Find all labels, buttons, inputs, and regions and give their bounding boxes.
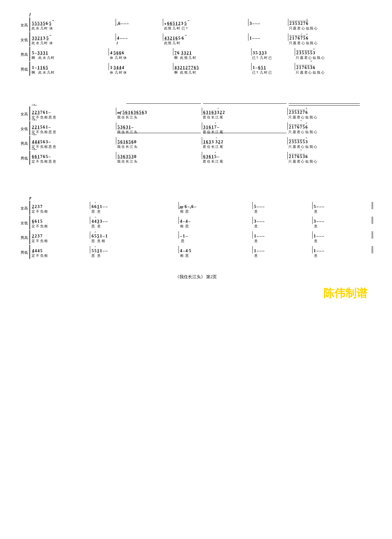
voice-fh3: 女高 2237 6 6^ 11–– (18, 201, 374, 215)
voice-male-low-2: 男低 ⌢3⌣ 661765– 5363530 (18, 151, 374, 165)
voice-male-high-1: 男高 5– 3331 4· 5666 (18, 47, 374, 61)
measure-fh1-1: 55535 6· 5 ⌢ (31, 19, 116, 26)
notes-ml2: ⌢3⌣ 661765– 5363530 6361 5^ – (30, 151, 374, 159)
m-fl3-3: 4–4– (179, 217, 253, 224)
m-fl3-2: 4 4^ 33–– (90, 217, 179, 224)
m-fh2-1: ⌢3⌣ 223761– (31, 108, 116, 115)
m-fh3-2: 6 6^ 11–– (90, 202, 179, 209)
voice-male-high-2: 男高 ⌢3⌣ 444563– 5616560 (18, 136, 374, 150)
m-mh3-3: –1– (179, 231, 253, 239)
voice-male-low-1: 男低 1– 1165 1· 3444 (18, 62, 374, 76)
watermark: 陈伟制谱 (323, 286, 367, 301)
m-fh2-3: 631 63 3^ 22 (202, 108, 288, 115)
m-fl2-2: 53631– (116, 122, 202, 130)
staff-female-low-1: 3321 3· 5 ⌢ 4––– 43216 (29, 32, 374, 46)
lyrics-fl1: 此 水 几 时 休 f 此 恨 几 时 只 愿 君 心 似 我 心 (30, 41, 374, 46)
measure-fl1-2: 4––– (116, 33, 163, 41)
m-mh3-4: 1––– (253, 231, 312, 239)
footer: 《我住长江头》 第2页 (18, 274, 374, 280)
m-ml3-3: 4– 4· 5 (179, 246, 253, 253)
notes-fh2: ⌢3⌣ 223761– mf 561636 563 (30, 107, 374, 115)
measure-fh1-3: ∨ 66512 3· 5 ⌢ (163, 19, 248, 26)
label-ml2: 男低 (18, 151, 29, 165)
label-fh2: 女高 (18, 106, 29, 121)
lyrics-ml2: 定 不 负 相 思 意 我 住 长 江 头 君 住 长 江 尾 只 愿 君 心 … (30, 159, 374, 164)
voice-female-high-1: 女高 55535 6· 5 ⌢ ♭6 ––– (18, 17, 374, 32)
m-fl2-4: 2176 7^ 5 6^ (288, 122, 373, 130)
measure-ml1-3: 4321 27765 (173, 63, 252, 70)
m-fh2-4: 235327 6^ (288, 108, 373, 115)
staff-fh2: ⌢3⌣ 223761– mf 561636 563 (29, 106, 374, 121)
m-fl2-1: ⌢3⌣ 221561– (31, 122, 116, 130)
notes-fl2: ⌢3⌣ 221561– 53631– 3161 7^ – (30, 122, 374, 130)
notes-fl3: 6615 4 4^ 33–– 4–4– (30, 216, 374, 224)
notes-mh2: ⌢3⌣ 444563– 5616560 1633 (30, 137, 374, 144)
measure-fh1-4: 3––– (248, 19, 288, 26)
measure-mh1-2: 4· 5666 (109, 48, 173, 56)
m-mh3-2: 6 5^ 5 1–1 (90, 231, 179, 239)
section1-header: f (18, 12, 374, 17)
label-ml3: 男低 (18, 245, 29, 259)
notes-mh3: 2237 6 5^ 5 1–1 –1– (30, 231, 374, 239)
measure-ml1-4: 1– 651 (252, 63, 295, 70)
lyrics-fl2: 定 不 负 相 思 意 我 住 长 江 头 君 住 长 江 尾 只 愿 君 心 … (30, 130, 374, 135)
label-male-high: 男高 (18, 47, 29, 61)
lyrics-fh3: 定 不 负 相 思 意 相 思 意 意 (30, 209, 374, 214)
m-mh3-5: 1––– (313, 231, 373, 239)
label-male-low: 男低 (18, 62, 29, 76)
voice-mh3: 男高 2237 6 5^ 5 1–1 (18, 230, 374, 244)
staff-fh3: 2237 6 6^ 11–– pp 6– (29, 201, 374, 215)
m-ml2-3: 6361 5^ – (202, 152, 288, 159)
staff-ml3: 4445 5 5^ 11–– 4– 4· (29, 245, 374, 259)
notes-fh1: 55535 6· 5 ⌢ ♭6 ––– (30, 18, 374, 26)
m-ml3-5: 1––– (313, 246, 373, 253)
measure-mh1-3: 76 3321 (173, 48, 252, 56)
gap-2 (18, 180, 374, 195)
lyrics-ml1: 啊 此 水 几 时 休 几 时 休 啊 此 恨 几 时 已？ 几 时 已 只 愿… (30, 70, 374, 75)
label-fl3: 女低 (18, 215, 29, 229)
staff-ml2: ⌢3⌣ 661765– 5363530 6361 5^ – (29, 151, 374, 165)
page: f 女高 55535 6· 5 ⌢ ♭6 (18, 12, 374, 301)
label-mh2: 男高 (18, 136, 29, 150)
section-2: 女高 ⌢3⌣ 223761– mf 561636 56 (18, 106, 374, 165)
staff-female-high-1: 55535 6· 5 ⌢ ♭6 ––– (29, 17, 374, 32)
measure-ml1-2: 1· 3444 (109, 63, 173, 70)
label-fl2: 女低 (18, 121, 29, 135)
measure-fl1-4: 1––– (248, 33, 288, 41)
notes-ml1: 1– 1165 1· 3444 4321 27765 (30, 62, 374, 70)
m-fl3-4: 3––– (253, 217, 312, 224)
gap-1 (18, 91, 374, 106)
m-ml2-2: 5363530 (116, 152, 202, 159)
measure-fl1-5: 2176 7^ 5 6^ (288, 33, 373, 41)
m-fh3-1: 2237 (31, 202, 90, 209)
m-mh3-1: 2237 (31, 231, 90, 239)
measure-fl1-3: 43216 5· 6 ⌢ (163, 33, 248, 41)
measure-mh1-1: 5– 3331 (31, 48, 109, 56)
m-fh3-3: pp 6– ♭6 – (179, 202, 253, 209)
m-fl2-3: 3161 7^ – (202, 122, 288, 130)
m-ml2-1: ⌢3⌣ 661765– (31, 152, 116, 159)
lyrics-fl3: 定 不 负 相 思 意 相 思 意 意 (30, 224, 374, 229)
dynamic-p: p (29, 195, 31, 200)
lyrics-mh3: 定 不 负 相 思 意 相 思 意 意 (30, 239, 374, 244)
label-female-low: 女低 (18, 32, 29, 46)
notes-fh3: 2237 6 6^ 11–– pp 6– (30, 201, 374, 209)
m-mh2-2: 5616560 (116, 137, 202, 144)
lyrics-ml3: 定 不 负 相 思 意 相 思 意 意 (30, 253, 374, 258)
voice-female-low-2: 女低 ⌢3⌣ 221561– 53631– (18, 121, 374, 135)
staff-male-high-1: 5– 3331 4· 5666 76 3321 (29, 47, 374, 61)
m-fl3-1: 6615 (31, 217, 90, 224)
notes-ml3: 4445 5 5^ 11–– 4– 4· (30, 245, 374, 253)
m-mh2-3: 1633 3^ 22 (202, 137, 288, 144)
label-mh3: 男高 (18, 230, 29, 244)
staff-mh3: 2237 6 5^ 5 1–1 –1– (29, 230, 374, 244)
lyrics-fh1: 此 水 几 时 休 此 恨 几 时 已？ 只 愿 君 心 似 我 心 (30, 26, 374, 31)
m-fh2-2: mf 561636 563 (116, 108, 202, 115)
voice-female-high-2: 女高 ⌢3⌣ 223761– mf 561636 56 (18, 106, 374, 121)
section-3: p 女高 2237 6 6^ 11–– (18, 195, 374, 259)
measure-ml1-1: 1– 1165 (31, 63, 109, 70)
dynamic-f: f (29, 12, 31, 17)
footer-title: 《我住长江头》 第2页 (175, 275, 217, 279)
m-fh3-5: 5––– (313, 202, 373, 209)
m-ml3-1: 4445 (31, 246, 90, 253)
